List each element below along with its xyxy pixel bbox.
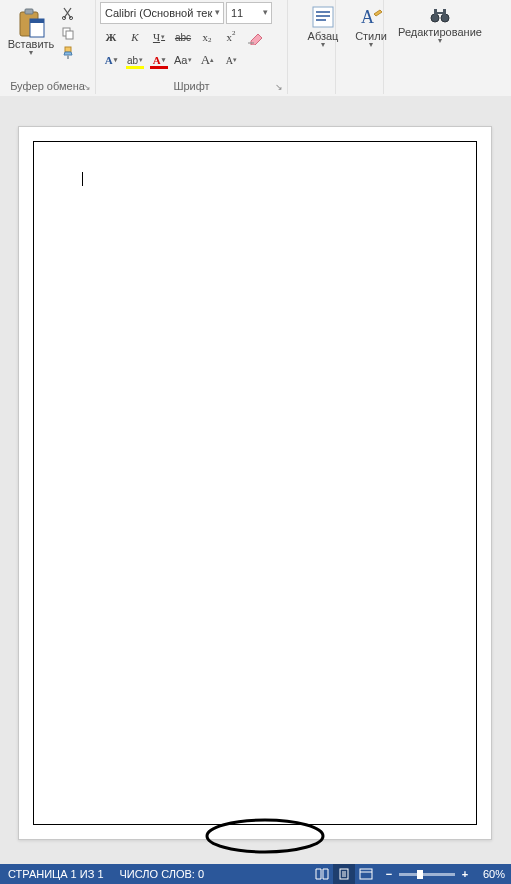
clipboard-side (58, 2, 78, 62)
font-row-2: Ж К Ч▾ abc x2 x2 (100, 27, 283, 47)
font-row-3: A▾ ab▾ A▾ Aa▾ A▴ A▾ (100, 50, 283, 70)
view-web-layout-button[interactable] (355, 864, 377, 884)
ribbon: Вставить ▾ (0, 0, 511, 97)
svg-rect-19 (360, 869, 372, 879)
group-paragraph: Абзац ▾ (288, 0, 336, 94)
annotation-ellipse (204, 817, 326, 855)
chevron-down-icon: ▾ (321, 40, 325, 49)
web-icon (359, 868, 373, 880)
brush-icon (61, 46, 75, 60)
svg-rect-3 (30, 19, 44, 23)
group-clipboard: Вставить ▾ (0, 0, 96, 94)
cut-button[interactable] (58, 4, 78, 22)
svg-rect-1 (25, 9, 33, 14)
editing-button[interactable]: Редактирование ▾ (388, 2, 492, 47)
page-icon (337, 868, 351, 880)
chevron-down-icon: ▾ (161, 33, 165, 41)
zoom-slider-thumb[interactable] (417, 870, 423, 879)
page[interactable] (18, 126, 492, 840)
svg-point-12 (431, 14, 439, 22)
font-name-value: Calibri (Основной тек (105, 7, 212, 19)
zoom-slider[interactable] (399, 873, 455, 876)
group-font: Calibri (Основной тек ▾ 11 ▾ Ж К Ч▾ abc … (96, 0, 288, 94)
book-icon (315, 868, 329, 880)
chevron-down-icon: ▾ (114, 56, 118, 64)
strikethrough-button[interactable]: abc (172, 27, 194, 47)
chevron-down-icon: ▾ (369, 40, 373, 49)
zoom-in-button[interactable]: + (459, 868, 471, 880)
chevron-down-icon: ▾ (162, 56, 166, 64)
status-page[interactable]: СТРАНИЦА 1 ИЗ 1 (0, 864, 112, 884)
page-margin-box (33, 141, 477, 825)
svg-rect-10 (313, 7, 333, 27)
status-bar: СТРАНИЦА 1 ИЗ 1 ЧИСЛО СЛОВ: 0 − + 60% (0, 864, 511, 884)
font-name-combo[interactable]: Calibri (Основной тек ▾ (100, 2, 224, 24)
group-label-clipboard: Буфер обмена ↘ (4, 79, 91, 94)
format-painter-button[interactable] (58, 44, 78, 62)
eraser-icon (246, 30, 264, 45)
zoom-level[interactable]: 60% (477, 864, 511, 884)
svg-point-13 (441, 14, 449, 22)
text-cursor (82, 172, 83, 186)
zoom-control: − + (377, 868, 477, 880)
chevron-down-icon: ▾ (29, 48, 33, 57)
document-area[interactable] (0, 96, 511, 864)
copy-button[interactable] (58, 24, 78, 42)
italic-button[interactable]: К (124, 27, 146, 47)
svg-rect-16 (437, 12, 443, 14)
binoculars-icon (429, 4, 451, 26)
chevron-down-icon: ▾ (263, 7, 268, 17)
group-styles: A Стили ▾ (336, 0, 384, 94)
styles-icon: A (358, 4, 384, 30)
highlight-button[interactable]: ab▾ (124, 50, 146, 70)
font-color-button[interactable]: A▾ (148, 50, 170, 70)
svg-rect-14 (434, 9, 437, 15)
svg-point-17 (207, 820, 323, 852)
view-print-layout-button[interactable] (333, 864, 355, 884)
svg-rect-9 (67, 55, 69, 59)
clipboard-controls: Вставить ▾ (4, 2, 91, 62)
font-size-value: 11 (231, 7, 243, 19)
dialog-launcher-icon[interactable]: ↘ (83, 82, 91, 92)
zoom-out-button[interactable]: − (383, 868, 395, 880)
chevron-down-icon: ▾ (215, 7, 220, 17)
superscript-button[interactable]: x2 (220, 27, 242, 47)
group-editing: Редактирование ▾ (384, 0, 488, 94)
paragraph-icon (310, 4, 336, 30)
change-case-button[interactable]: Aa▾ (172, 50, 194, 70)
text-effects-button[interactable]: A▾ (100, 50, 122, 70)
view-read-mode-button[interactable] (311, 864, 333, 884)
font-row-1: Calibri (Основной тек ▾ 11 ▾ (100, 2, 283, 24)
scissors-icon (61, 6, 75, 20)
chevron-down-icon: ▾ (188, 56, 192, 64)
dialog-launcher-icon[interactable]: ↘ (275, 82, 283, 92)
paste-button[interactable]: Вставить ▾ (4, 2, 58, 62)
status-word-count[interactable]: ЧИСЛО СЛОВ: 0 (112, 864, 213, 884)
svg-rect-8 (65, 47, 71, 52)
shrink-font-button[interactable]: A▾ (220, 50, 242, 70)
font-size-combo[interactable]: 11 ▾ (226, 2, 272, 24)
copy-icon (61, 26, 75, 40)
clear-formatting-button[interactable] (244, 27, 266, 47)
svg-text:A: A (361, 7, 374, 27)
svg-rect-7 (66, 31, 73, 39)
bold-button[interactable]: Ж (100, 27, 122, 47)
svg-rect-15 (443, 9, 446, 15)
underline-button[interactable]: Ч▾ (148, 27, 170, 47)
chevron-down-icon: ▾ (139, 56, 143, 64)
group-label-font: Шрифт ↘ (100, 79, 283, 94)
subscript-button[interactable]: x2 (196, 27, 218, 47)
grow-font-button[interactable]: A▴ (196, 50, 218, 70)
paste-icon (17, 8, 45, 38)
chevron-down-icon: ▾ (438, 36, 442, 45)
